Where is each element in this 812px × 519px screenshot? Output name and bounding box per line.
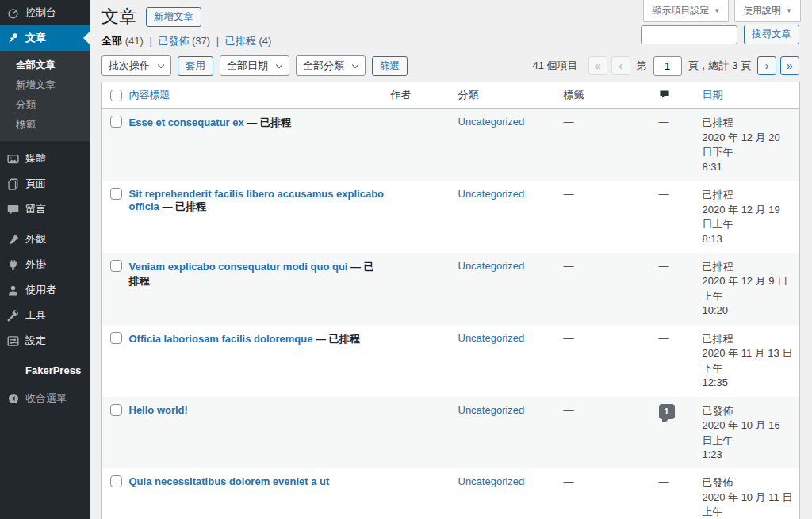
table-row: Hello world! Uncategorized — 1 已發佈 2020 … [102,397,800,469]
filter-published-link[interactable]: 已發佈 [158,35,189,47]
sidebar-item-posts[interactable]: 文章 [0,25,90,51]
post-title-link[interactable]: Esse et consequatur ex [129,116,244,128]
search-input[interactable] [641,25,737,44]
dates-filter-select[interactable]: 全部日期 [220,55,289,76]
category-link[interactable]: Uncategorized [458,404,525,416]
table-row: Esse et consequatur ex — 已排程 Uncategoriz… [102,109,800,181]
collapse-icon [6,392,20,406]
submenu-add-post[interactable]: 新增文章 [0,75,90,95]
post-date: 2020 年 10 月 16 日上午 [703,418,794,448]
next-page-button[interactable]: › [757,56,776,75]
column-header-comments[interactable] [659,82,703,109]
sidebar-item-label: 設定 [25,334,46,348]
submenu-all-posts[interactable]: 全部文章 [0,55,90,75]
post-time: 8:13 [703,232,794,246]
add-new-post-button[interactable]: 新增文章 [146,7,201,27]
apply-button[interactable]: 套用 [178,56,213,76]
sidebar-item-fakerpress[interactable]: FakerPress [0,358,90,383]
sidebar-item-plugins[interactable]: 外掛 [0,252,90,277]
help-button[interactable]: 使用說明 ▼ [734,0,801,22]
filter-scheduled-link[interactable]: 已排程 [225,35,256,47]
sidebar-item-tools[interactable]: 工具 [0,303,90,328]
comments-empty-dash: — [659,116,669,128]
sidebar-item-pages[interactable]: 頁面 [0,171,90,197]
comments-cell: — [659,109,703,181]
date-cell: 已發佈 2020 年 10 月 16 日上午 1:23 [703,397,800,469]
category-link[interactable]: Uncategorized [458,116,525,128]
category-cell: Uncategorized [458,253,564,325]
search-posts-button[interactable]: 搜尋文章 [744,25,799,44]
author-cell [391,253,458,325]
post-status-suffix: — 已排程 [159,200,206,212]
author-cell [391,468,458,519]
column-header-tags: 標籤 [564,82,659,109]
admin-sidebar: 控制台 文章 全部文章 新增文章 分類 標籤 媒體 頁面 留言 外觀 [0,0,90,519]
sidebar-item-label: FakerPress [25,364,81,376]
screen-meta: 顯示項目設定 ▼ 使用說明 ▼ [643,0,801,22]
sidebar-item-users[interactable]: 使用者 [0,277,90,303]
tags-value: — [564,188,574,200]
last-page-button[interactable]: » [780,56,799,75]
screen-options-button[interactable]: 顯示項目設定 ▼ [643,0,729,22]
post-time: 10:20 [703,303,794,318]
category-cell: Uncategorized [458,181,564,253]
comments-empty-dash: — [659,332,669,344]
row-checkbox[interactable] [110,332,122,344]
post-title-link[interactable]: Veniam explicabo consequatur modi quo qu… [129,261,348,273]
column-header-title[interactable]: 內容標題 [129,82,391,109]
filter-all-link[interactable]: 全部 [102,35,122,47]
submenu-tags[interactable]: 標籤 [0,115,90,135]
row-checkbox[interactable] [110,188,122,200]
date-cell: 已排程 2020 年 11 月 13 日下午 12:35 [703,325,800,397]
post-title-link[interactable]: Hello world! [129,404,188,416]
tags-value: — [564,260,574,272]
first-page-button[interactable]: « [588,56,607,75]
column-header-categories: 分類 [458,82,564,109]
category-link[interactable]: Uncategorized [458,188,525,200]
posts-submenu: 全部文章 新增文章 分類 標籤 [0,51,90,141]
row-checkbox[interactable] [110,260,122,272]
sidebar-item-comments[interactable]: 留言 [0,197,90,222]
appearance-icon [6,233,20,246]
sidebar-item-media[interactable]: 媒體 [0,146,90,171]
sidebar-item-dashboard[interactable]: 控制台 [0,0,90,25]
sidebar-item-settings[interactable]: 設定 [0,328,90,353]
prev-page-button[interactable]: ‹ [611,56,630,75]
comment-count-bubble[interactable]: 1 [659,404,675,419]
filter-button[interactable]: 篩選 [372,56,408,76]
author-cell [391,397,458,469]
post-title-link[interactable]: Officia laboriosam facilis doloremque [129,333,313,345]
pages-icon [6,177,20,191]
bulk-actions-select[interactable]: 批次操作 [102,55,171,76]
select-all-checkbox[interactable] [110,90,122,101]
sidebar-item-label: 外掛 [25,258,46,272]
column-header-date[interactable]: 日期 [703,82,800,109]
current-page-input[interactable] [653,56,682,76]
author-cell [391,325,458,397]
sidebar-item-collapse-menu[interactable]: 收合選單 [0,386,90,411]
row-checkbox[interactable] [110,116,122,128]
post-title-link[interactable]: Quia necessitatibus dolorem eveniet a ut [129,475,330,487]
sidebar-item-label: 收合選單 [25,391,67,406]
category-link[interactable]: Uncategorized [458,260,525,272]
table-row: Sit reprehenderit facilis libero accusam… [102,181,800,253]
media-icon [6,152,20,166]
pushpin-icon [6,32,20,45]
post-time: 1:23 [703,448,794,462]
fakerpress-icon [6,364,20,377]
category-link[interactable]: Uncategorized [458,332,525,344]
comments-icon [6,203,20,216]
submenu-categories[interactable]: 分類 [0,95,90,115]
categories-filter-select[interactable]: 全部分類 [296,55,366,76]
row-checkbox[interactable] [110,475,122,487]
post-date: 2020 年 11 月 13 日下午 [703,346,794,376]
comments-empty-dash: — [659,188,669,200]
tools-icon [6,309,20,322]
search-box: 搜尋文章 [641,25,799,44]
row-checkbox[interactable] [110,404,122,416]
table-row: Veniam explicabo consequatur modi quo qu… [102,253,800,325]
comments-cell: 1 [659,397,703,469]
sidebar-item-label: 使用者 [25,283,56,297]
category-link[interactable]: Uncategorized [458,475,525,487]
sidebar-item-appearance[interactable]: 外觀 [0,227,90,252]
